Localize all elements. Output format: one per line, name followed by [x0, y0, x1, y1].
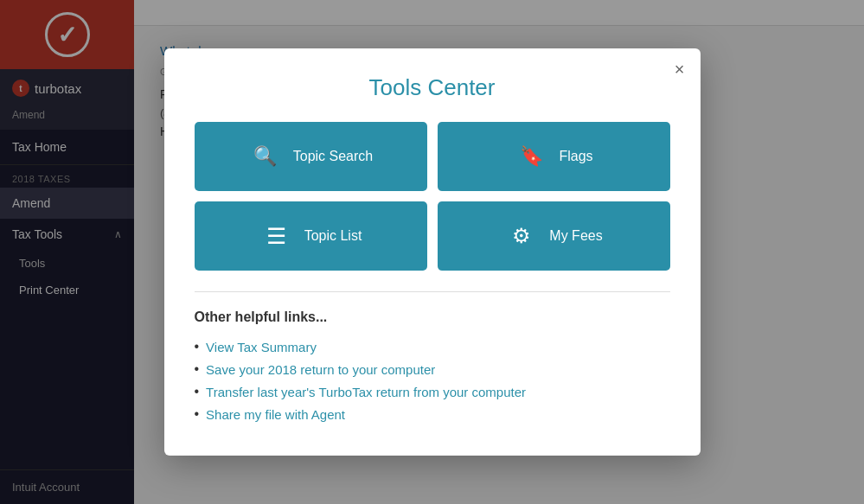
link-item-view-tax-summary: View Tax Summary	[195, 335, 670, 358]
my-fees-label: My Fees	[549, 228, 602, 244]
modal-title: Tools Center	[195, 74, 670, 101]
tools-grid: Topic Search Flags Topic List My Fees	[195, 122, 670, 271]
flags-button[interactable]: Flags	[438, 122, 670, 191]
save-2018-link[interactable]: Save your 2018 return to your computer	[206, 362, 435, 377]
tools-center-modal: × Tools Center Topic Search Flags Topic …	[164, 48, 701, 456]
link-item-share-agent: Share my file with Agent	[195, 403, 670, 425]
topic-list-label: Topic List	[304, 228, 362, 244]
list-icon	[259, 223, 294, 250]
modal-overlay: × Tools Center Topic Search Flags Topic …	[0, 0, 864, 504]
other-links-section: Other helpful links... View Tax Summary …	[195, 291, 670, 425]
other-links-list: View Tax Summary Save your 2018 return t…	[195, 335, 670, 425]
link-item-transfer: Transfer last year's TurboTax return fro…	[195, 380, 670, 403]
my-fees-button[interactable]: My Fees	[438, 201, 670, 271]
gear-icon	[504, 224, 539, 248]
topic-search-button[interactable]: Topic Search	[195, 122, 427, 191]
view-tax-summary-link[interactable]: View Tax Summary	[206, 340, 317, 354]
topic-search-label: Topic Search	[293, 149, 374, 164]
flags-label: Flags	[559, 149, 592, 164]
flag-icon	[514, 145, 548, 168]
topic-list-button[interactable]: Topic List	[195, 201, 427, 271]
transfer-link[interactable]: Transfer last year's TurboTax return fro…	[206, 385, 526, 399]
link-item-save-2018: Save your 2018 return to your computer	[195, 358, 670, 380]
share-agent-link[interactable]: Share my file with Agent	[206, 407, 345, 422]
other-links-heading: Other helpful links...	[195, 309, 670, 325]
modal-close-button[interactable]: ×	[675, 61, 685, 78]
search-icon	[248, 145, 283, 168]
